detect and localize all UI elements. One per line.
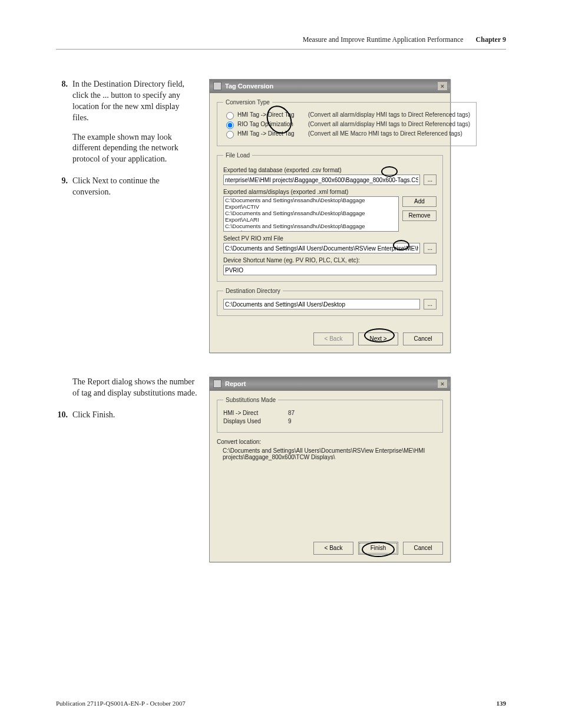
convert-location-value: C:\Documents and Settings\All Users\Docu… [217, 445, 443, 531]
radio-hmi-direct-1[interactable] [226, 112, 234, 120]
report-hmi-direct-value: 87 [288, 410, 295, 416]
radio-hmi-direct-1-label: HMI Tag -> Direct Tag [237, 111, 308, 118]
radio-rio-optimization[interactable] [226, 121, 234, 129]
page-header: Measure and Improve Runtime Application … [56, 35, 506, 50]
substitutions-group: Substitutions Made HMI -> Direct 87 Disp… [217, 397, 443, 433]
next-button[interactable]: Next > [358, 332, 398, 345]
dialog-titlebar: Tag Conversion × [210, 80, 450, 93]
report-hmi-direct-label: HMI -> Direct [223, 410, 288, 416]
publication-info: Publication 2711P-QS001A-EN-P - October … [56, 700, 186, 707]
report-displays-used-value: 9 [288, 418, 292, 424]
browse-pvrio-button[interactable]: ... [424, 243, 437, 253]
file-load-legend: File Load [223, 152, 252, 159]
exported-alarms-label: Exported alarms/displays (exported .xml … [223, 189, 437, 195]
step-10: 10. Click Finish. [56, 410, 197, 421]
step-8-number: 8. [56, 79, 72, 165]
close-icon[interactable]: × [437, 81, 448, 91]
step-9-body: Click Next to continue the conversion. [72, 176, 197, 198]
list-item[interactable]: C:\Documents and Settings\nssandhu\Deskt… [225, 210, 397, 223]
step-8-note: The example shown may look different dep… [72, 132, 197, 166]
step-9: 9. Click Next to continue the conversion… [56, 176, 197, 198]
radio-hmi-direct-1-desc: (Convert all alarm/display HMI tags to D… [308, 111, 470, 118]
finish-button[interactable]: Finish [358, 542, 398, 555]
shortcut-label: Device Shortcut Name (eg. PV RIO, PLC, C… [223, 257, 437, 263]
page-footer: Publication 2711P-QS001A-EN-P - October … [56, 700, 506, 707]
step-10-body: Click Finish. [72, 410, 197, 421]
add-button[interactable]: Add [402, 196, 437, 207]
conversion-type-group: Conversion Type HMI Tag -> Direct Tag (C… [217, 99, 477, 146]
exported-tag-label: Exported tag database (exported .csv for… [223, 167, 437, 173]
app-icon [213, 380, 222, 388]
tag-conversion-dialog: Tag Conversion × Conversion Type HMI Tag… [209, 79, 451, 353]
report-paragraph: The Report dialog shows the number of ta… [56, 377, 197, 399]
substitutions-legend: Substitutions Made [223, 397, 278, 403]
shortcut-input[interactable] [223, 265, 437, 275]
destination-directory-group: Destination Directory ... [217, 288, 443, 316]
list-item[interactable]: C:\Documents and Settings\nssandhu\Deskt… [225, 223, 397, 232]
pvrio-label: Select PV RIO xml File [223, 235, 437, 242]
alarms-listbox[interactable]: C:\Documents and Settings\nssandhu\Deskt… [223, 196, 399, 232]
header-title: Measure and Improve Runtime Application … [303, 35, 464, 44]
dialog-title: Report [225, 380, 246, 387]
back-button[interactable]: < Back [313, 542, 353, 555]
radio-hmi-direct-2-desc: (Convert all ME Macro HMI tags to Direct… [308, 130, 462, 137]
remove-button[interactable]: Remove [402, 210, 437, 221]
step-8-body: In the Destination Directory field, clic… [72, 79, 197, 124]
app-icon [213, 82, 222, 90]
close-icon[interactable]: × [437, 379, 448, 388]
step-8: 8. In the Destination Directory field, c… [56, 79, 197, 165]
file-load-group: File Load Exported tag database (exporte… [217, 152, 443, 282]
step-10-number: 10. [56, 410, 72, 421]
destination-directory-legend: Destination Directory [223, 288, 283, 294]
list-item[interactable]: C:\Documents and Settings\nssandhu\Deskt… [225, 197, 397, 210]
chapter-label: Chapter 9 [476, 35, 506, 44]
cancel-button[interactable]: Cancel [403, 542, 443, 555]
radio-hmi-direct-2[interactable] [226, 131, 234, 139]
back-button: < Back [313, 332, 353, 345]
browse-tag-button[interactable]: ... [424, 174, 437, 185]
dialog-titlebar: Report × [210, 377, 450, 391]
cancel-button[interactable]: Cancel [403, 332, 443, 345]
radio-rio-optimization-label: RIO Tag Optimization [237, 121, 308, 127]
report-displays-used-label: Displays Used [223, 418, 288, 424]
conversion-type-legend: Conversion Type [223, 99, 272, 106]
report-dialog: Report × Substitutions Made HMI -> Direc… [209, 377, 451, 562]
destination-input[interactable] [223, 299, 420, 309]
step-9-number: 9. [56, 176, 72, 198]
convert-location-label: Convert location: [217, 439, 443, 445]
exported-tag-input[interactable] [223, 174, 420, 185]
pvrio-input[interactable] [223, 243, 420, 253]
dialog-title: Tag Conversion [225, 83, 273, 90]
radio-hmi-direct-2-label: HMI Tag -> Direct Tag [237, 130, 308, 137]
browse-destination-button[interactable]: ... [424, 299, 437, 309]
page-number: 139 [497, 700, 507, 707]
radio-rio-optimization-desc: (Convert all alarm/display HMI tags to D… [308, 121, 470, 127]
